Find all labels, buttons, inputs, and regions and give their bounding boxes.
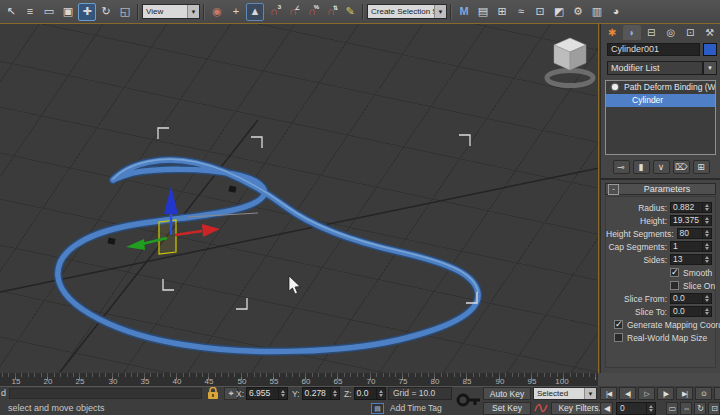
spinner-arrows[interactable] [702,203,711,212]
zoom-region-icon[interactable]: ▭ [666,402,678,415]
tab-modify[interactable]: ◗ [623,25,642,40]
parameter-field[interactable]: 1 [670,241,712,252]
render-setup-icon[interactable]: ⚙ [569,3,587,21]
modifier-list-dropdown[interactable]: Modifier List [607,61,703,75]
render-production-icon[interactable]: ◕ [607,3,625,21]
named-selection-set-dropdown[interactable]: Create Selection Se ▼ [367,4,447,19]
select-and-scale-icon[interactable]: ◱ [116,3,134,21]
zoom-icon[interactable]: ⊙ [695,387,712,400]
show-end-result-icon[interactable]: ▮ [633,160,650,174]
spinner-arrows[interactable] [702,294,711,303]
cylinder-object-wireframe[interactable] [159,220,176,254]
object-color-swatch[interactable] [703,43,717,56]
modifier-list-arrow-button[interactable]: ▼ [703,61,717,75]
snaps-toggle-3d-icon[interactable]: ∩ 3 [265,3,283,21]
key-mode-toggle-icon[interactable]: ◀ [600,402,613,415]
time-tag-icon[interactable]: ▤ [371,403,384,414]
key-filter-set-dropdown[interactable]: Selected ▼ [533,387,597,400]
spinner-arrows[interactable] [330,388,339,399]
spinner-arrows[interactable] [376,388,385,399]
remove-modifier-icon[interactable]: ⌦ [673,160,690,174]
percent-snap-toggle-icon[interactable]: ∩ % [303,3,321,21]
tab-utilities[interactable]: ⚒ [701,25,720,40]
add-time-tag[interactable]: Add Time Tag [390,403,442,413]
reference-coordinate-system-dropdown[interactable]: View ▼ [142,4,200,19]
curve-editor-icon[interactable]: ≈ [512,3,530,21]
path-deformed-cylinder[interactable] [58,159,478,351]
pin-stack-icon[interactable]: ⊸ [613,160,630,174]
perspective-viewport[interactable] [0,24,599,373]
orbit-icon[interactable]: ↻ [694,402,706,415]
schematic-view-icon[interactable]: ⊡ [531,3,549,21]
parameter-field[interactable]: 13 [670,254,712,265]
rectangular-selection-region-icon[interactable]: ▭ [40,3,58,21]
go-to-start-icon[interactable]: |◀ [600,387,617,400]
real-world-checkbox[interactable] [614,333,623,342]
select-and-rotate-icon[interactable]: ↻ [97,3,115,21]
smooth-checkbox[interactable] [670,268,679,277]
pan-icon[interactable]: ⇔ [680,402,692,415]
current-frame-field[interactable]: 0 [616,402,656,415]
maximize-viewport-icon[interactable]: ⊡ [708,402,720,415]
select-and-move-icon[interactable]: ✚ [78,3,96,21]
spinner-arrows[interactable] [702,242,711,251]
gizmo-x-axis[interactable] [175,231,202,235]
coordinate-field[interactable]: 6.955 [246,387,288,400]
spinner-arrows[interactable] [646,403,655,414]
parameter-field[interactable]: 0.0 [670,306,712,317]
default-in-out-tangent-icon[interactable] [533,401,549,415]
auto-key-button[interactable]: Auto Key [483,387,531,400]
zoom-all-icon[interactable]: ⊞ [714,387,720,400]
parameters-rollout-header[interactable]: - Parameters [605,183,716,195]
selection-lock-icon[interactable] [207,387,219,400]
slice-on-checkbox[interactable] [670,281,679,290]
keyboard-shortcut-override-icon[interactable]: ▲ [246,3,264,21]
generate-mapping-checkbox[interactable] [614,320,623,329]
parameter-field[interactable]: 0.882 [670,202,712,213]
set-keys-key-icon[interactable] [455,386,481,414]
spinner-arrows[interactable] [702,229,711,238]
spinner-snap-toggle-icon[interactable]: ∩ ⇅ [322,3,340,21]
tab-create[interactable]: ✱ [603,25,622,40]
parameter-field[interactable]: 80 [677,228,712,239]
layer-manager-icon[interactable]: ⊞ [493,3,511,21]
set-key-button[interactable]: Set Key [483,402,531,415]
play-icon[interactable]: ▷ [638,387,655,400]
modifier-stack-row[interactable]: Cylinder [606,94,715,107]
gizmo-z-arrowhead[interactable] [164,186,178,214]
select-and-manipulate-icon[interactable]: + [227,3,245,21]
tab-display[interactable]: ⊡ [681,25,700,40]
next-frame-icon[interactable]: |▶ [657,387,674,400]
parameter-field[interactable]: 0.0 [670,293,712,304]
mirror-icon[interactable]: M [455,3,473,21]
coordinate-field[interactable]: 0.278 [302,387,340,400]
parameter-field[interactable]: 19.375 [670,215,712,226]
track-bar[interactable] [9,388,202,399]
rendered-frame-window-icon[interactable]: ▥ [588,3,606,21]
material-editor-icon[interactable]: ◩ [550,3,568,21]
window-crossing-icon[interactable]: ▣ [59,3,77,21]
spinner-arrows[interactable] [702,216,711,225]
previous-frame-icon[interactable]: ◀| [619,387,636,400]
coordinate-field[interactable]: 0.0 [354,387,386,400]
spinner-arrows[interactable] [278,388,287,399]
spinner-arrows[interactable] [702,255,711,264]
align-icon[interactable]: ▤ [474,3,492,21]
configure-modifier-sets-icon[interactable]: ⊞ [693,160,710,174]
object-name-field[interactable]: Cylinder001 [607,43,700,56]
view-cube[interactable] [547,38,593,86]
spinner-arrows[interactable] [702,307,711,316]
select-by-name-icon[interactable]: ≡ [21,3,39,21]
select-object-icon[interactable]: ↖ [2,3,20,21]
tab-motion[interactable]: ◎ [662,25,681,40]
make-unique-icon[interactable]: ∨ [653,160,670,174]
angle-snap-toggle-icon[interactable]: ∩ ∠ [284,3,302,21]
tab-hierarchy[interactable]: ⊟ [642,25,661,40]
go-to-end-icon[interactable]: ▶| [676,387,693,400]
use-pivot-point-center-icon[interactable]: ◉ [208,3,226,21]
gizmo-x-arrowhead[interactable] [202,224,220,237]
edit-named-selection-sets-icon[interactable]: ✎ [341,3,359,21]
timeline-ruler[interactable]: 15 20 25 30 35 40 45 50 55 60 65 70 [0,373,598,387]
modifier-stack-row[interactable]: Path Deform Binding (WS [606,81,715,94]
gizmo-y-arrowhead[interactable] [126,239,145,250]
